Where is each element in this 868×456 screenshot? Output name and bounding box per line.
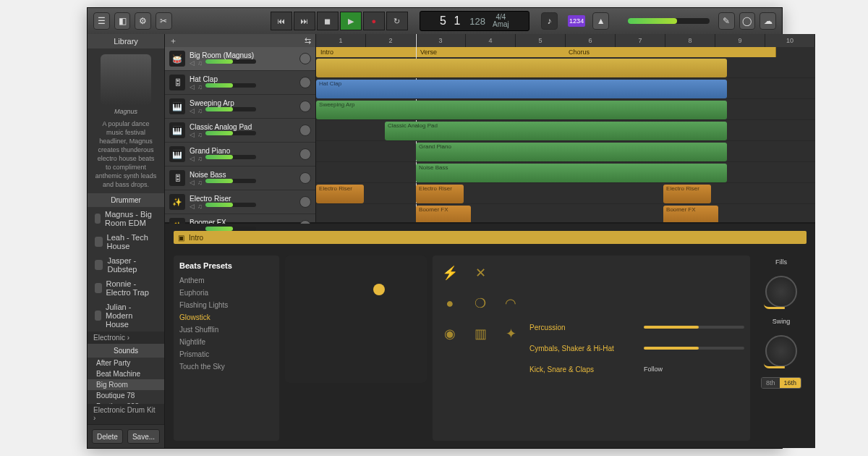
kick-icon[interactable]: ◉	[438, 322, 461, 345]
sound-item[interactable]: Beat Machine	[88, 368, 164, 379]
solo-icon[interactable]: ♫	[197, 83, 203, 90]
solo-icon[interactable]: ♫	[197, 107, 203, 114]
notepad-icon[interactable]: ✎	[718, 12, 735, 30]
clap-icon[interactable]: ✦	[499, 322, 522, 345]
stop-button[interactable]: ◼	[317, 12, 339, 30]
shaker-icon[interactable]: ●	[438, 292, 461, 315]
beat-preset-item[interactable]: Anthem	[179, 274, 273, 287]
track-row[interactable]: 🎹Sweeping Arp◁♫	[165, 95, 315, 119]
solo-icon[interactable]: ♫	[197, 155, 203, 162]
cymbals-slider[interactable]	[644, 347, 744, 350]
mute-icon[interactable]: ◁	[190, 59, 195, 67]
track-volume-slider[interactable]	[205, 155, 256, 159]
arrangement-marker[interactable]: Verse	[416, 47, 574, 57]
beat-preset-item[interactable]: Touch the Sky	[179, 360, 273, 373]
solo-icon[interactable]: ♫	[197, 179, 203, 186]
track-row[interactable]: 🎹Grand Piano◁♫	[165, 143, 315, 166]
pan-knob[interactable]	[299, 196, 311, 208]
loop-browser-icon[interactable]: ◯	[739, 12, 756, 30]
region[interactable]: Boomer FX	[663, 206, 718, 222]
forward-button[interactable]: ⏭	[294, 12, 315, 30]
track-options-icon[interactable]: ⇆	[305, 36, 311, 46]
drummer-item[interactable]: Magnus - Big Room EDM	[88, 207, 164, 230]
timeline-ruler[interactable]: 12345678910	[316, 34, 815, 47]
beat-preset-item[interactable]: Glowstick	[179, 311, 273, 324]
track-volume-slider[interactable]	[205, 83, 256, 88]
pan-knob[interactable]	[299, 172, 311, 184]
beat-preset-item[interactable]: Euphoria	[179, 287, 273, 299]
editors-icon[interactable]: ⚙	[135, 12, 151, 30]
play-button[interactable]: ▶	[340, 12, 362, 30]
library-toggle-icon[interactable]: ☰	[93, 12, 110, 30]
xy-pad[interactable]	[285, 256, 427, 383]
track-row[interactable]: 🎛Noise Bass◁♫	[165, 166, 315, 190]
pan-knob[interactable]	[299, 124, 311, 136]
lcd-display[interactable]: 5 1 128 4/4 Amaj	[420, 11, 529, 31]
bolt-icon[interactable]: ⚡	[438, 261, 461, 284]
media-browser-icon[interactable]: ☁	[760, 12, 776, 30]
swing-knob[interactable]	[765, 335, 797, 367]
fills-knob[interactable]	[765, 276, 797, 308]
region[interactable]: Hat Clap	[316, 80, 727, 98]
track-volume-slider[interactable]	[205, 227, 256, 231]
pan-knob[interactable]	[299, 101, 311, 112]
record-button[interactable]: ●	[363, 12, 385, 30]
track-volume-slider[interactable]	[205, 131, 256, 135]
region[interactable]: Electro Riser	[316, 185, 364, 203]
smart-controls-icon[interactable]: ◧	[114, 12, 131, 30]
pan-knob[interactable]	[299, 77, 311, 88]
beat-preset-item[interactable]: Just Shufflin	[179, 324, 273, 336]
mute-icon[interactable]: ◁	[190, 155, 195, 162]
master-volume-slider[interactable]	[628, 18, 710, 24]
solo-icon[interactable]: ♫	[197, 59, 203, 67]
track-volume-slider[interactable]	[205, 107, 256, 111]
mute-icon[interactable]: ◁	[190, 203, 195, 210]
sound-item[interactable]: After Party	[88, 358, 164, 368]
arrangement-marker[interactable]: Chorus	[564, 47, 776, 57]
mute-icon[interactable]: ◁	[190, 131, 195, 138]
region[interactable]: Sweeping Arp	[316, 101, 727, 119]
follow-label[interactable]: Follow	[644, 366, 663, 373]
beat-preset-item[interactable]: Nightlife	[179, 336, 273, 348]
sound-item[interactable]: Boutique 78	[88, 390, 164, 401]
rewind-button[interactable]: ⏮	[271, 12, 292, 30]
cymbal-icon[interactable]: ◠	[499, 292, 522, 315]
track-row[interactable]: 🎹Classic Analog Pad◁♫	[165, 119, 315, 143]
region[interactable]: Boomer FX	[416, 206, 471, 222]
sticks-icon[interactable]: ✕	[469, 261, 492, 284]
scissors-icon[interactable]: ✂	[156, 12, 172, 30]
xy-puck[interactable]	[373, 284, 385, 295]
swing-resolution-segment[interactable]: 8th 16th	[761, 377, 801, 389]
drummer-item[interactable]: Leah - Tech House	[88, 230, 164, 253]
pan-knob[interactable]	[299, 148, 311, 160]
track-row[interactable]: 🥁Big Room (Magnus)◁♫	[165, 47, 315, 71]
pan-knob[interactable]	[299, 53, 311, 64]
editor-region-strip[interactable]: ▣ Intro	[174, 231, 807, 244]
arrange-area[interactable]: 12345678910 IntroVerseChorus Hat ClapSwe…	[316, 34, 815, 222]
region[interactable]: Classic Analog Pad	[385, 122, 727, 140]
region[interactable]: Electro Riser	[416, 185, 464, 203]
snare-icon[interactable]: ▥	[469, 322, 492, 345]
delete-button[interactable]: Delete	[92, 429, 123, 444]
region[interactable]: Grand Piano	[416, 143, 727, 161]
track-volume-slider[interactable]	[205, 179, 256, 183]
kit-row[interactable]: Electronic Drum Kit ›	[88, 404, 164, 424]
sound-item[interactable]: Big Room	[88, 379, 164, 390]
region[interactable]: Noise Bass	[416, 164, 727, 182]
add-track-button[interactable]: ＋	[169, 35, 177, 46]
maracas-icon[interactable]: ❍	[469, 292, 492, 315]
drummer-item[interactable]: Julian - Modern House	[88, 300, 164, 332]
mute-icon[interactable]: ◁	[190, 179, 195, 186]
track-volume-slider[interactable]	[205, 59, 256, 64]
arrangement-marker[interactable]: Intro	[316, 47, 425, 57]
region[interactable]: Electro Riser	[663, 185, 711, 203]
track-volume-slider[interactable]	[205, 203, 256, 207]
mute-icon[interactable]: ◁	[190, 83, 195, 90]
drummer-item[interactable]: Ronnie - Electro Trap	[88, 276, 164, 300]
genre-row[interactable]: Electronic ›	[88, 332, 164, 344]
cycle-button[interactable]: ↻	[386, 12, 408, 30]
percussion-slider[interactable]	[644, 326, 744, 329]
track-row[interactable]: ✨Electro Riser◁♫	[165, 190, 315, 214]
track-row[interactable]: 🎛Hat Clap◁♫	[165, 71, 315, 95]
tuner-icon[interactable]: ▲	[592, 12, 609, 30]
